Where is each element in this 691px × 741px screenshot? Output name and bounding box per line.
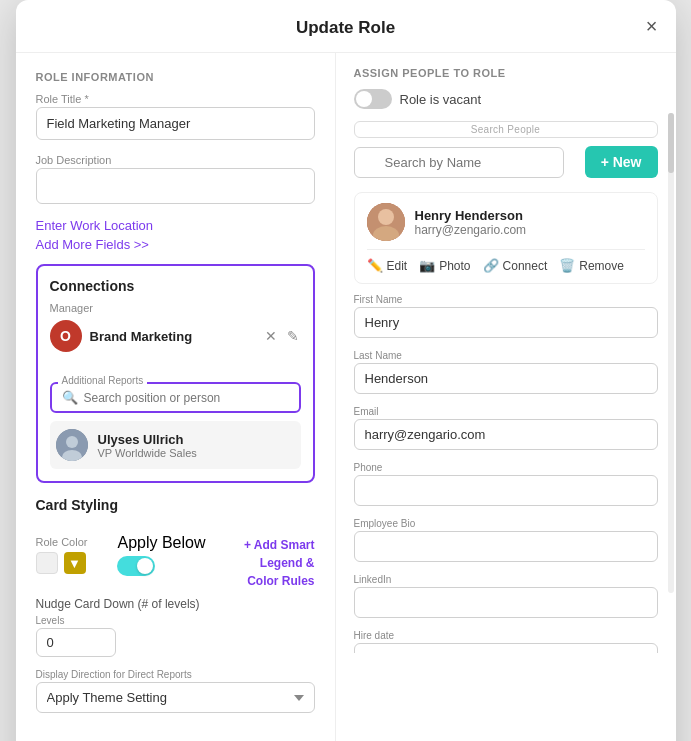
linkedin-input[interactable] [354, 587, 658, 618]
last-name-label: Last Name [354, 350, 658, 361]
person-info: Ulyses Ullrich VP Worldwide Sales [98, 432, 197, 459]
email-group: Email [354, 406, 658, 450]
person-card-avatar [367, 203, 405, 241]
edit-button[interactable]: ✏️ Edit [367, 258, 408, 273]
person-avatar [56, 429, 88, 461]
add-smart-legend-link[interactable]: + Add Smart Legend & Color Rules [244, 538, 315, 588]
person-actions: ✏️ Edit 📷 Photo 🔗 Connect 🗑️ Remove [367, 249, 645, 273]
role-color-label: Role Color [36, 536, 88, 548]
email-label: Email [354, 406, 658, 417]
linkedin-group: LinkedIn [354, 574, 658, 618]
search-position-input[interactable] [84, 391, 289, 405]
search-people-input[interactable] [354, 147, 564, 178]
connections-title: Connections [50, 278, 301, 294]
display-direction: Display Direction for Direct Reports App… [36, 669, 315, 713]
role-color-col: Role Color ▼ [36, 536, 88, 574]
work-location-link[interactable]: Enter Work Location [36, 218, 315, 233]
remove-button[interactable]: 🗑️ Remove [559, 258, 624, 273]
manager-label: Manager [50, 302, 301, 314]
scrollbar-track [668, 113, 674, 593]
person-card-name: Henry Henderson [415, 208, 527, 223]
search-icon: 🔍 [62, 390, 78, 405]
close-button[interactable]: × [646, 16, 658, 36]
connect-icon: 🔗 [483, 258, 499, 273]
search-people-box: 🔍 + New [354, 146, 658, 178]
svg-point-4 [378, 209, 394, 225]
apply-below-label: Apply Below [117, 534, 205, 552]
phone-label: Phone [354, 462, 658, 473]
first-name-label: First Name [354, 294, 658, 305]
bio-group: Employee Bio [354, 518, 658, 562]
role-title-input[interactable] [36, 107, 315, 140]
bio-input[interactable] [354, 531, 658, 562]
manager-row: O Brand Marketing ✕ ✎ [50, 320, 301, 352]
svg-point-1 [66, 436, 78, 448]
hire-date-label: Hire date [354, 630, 658, 641]
levels-label: Levels [36, 615, 315, 626]
phone-input[interactable] [354, 475, 658, 506]
search-people-wrapper: 🔍 [354, 147, 577, 178]
photo-button[interactable]: 📷 Photo [419, 258, 470, 273]
search-people-section-label: Search People [354, 121, 658, 138]
first-name-group: First Name [354, 294, 658, 338]
color-row: Role Color ▼ Apply Below + Add Smart Leg… [36, 521, 315, 589]
last-name-input[interactable] [354, 363, 658, 394]
person-card: Henry Henderson harry@zengario.com ✏️ Ed… [354, 192, 658, 284]
manager-avatar: O [50, 320, 82, 352]
connect-button[interactable]: 🔗 Connect [483, 258, 548, 273]
card-styling: Card Styling Role Color ▼ Apply Below [36, 497, 315, 713]
color-swatch-row: ▼ [36, 552, 88, 574]
search-box: 🔍 [50, 382, 301, 413]
display-direction-label: Display Direction for Direct Reports [36, 669, 315, 680]
role-vacant-toggle[interactable] [354, 89, 392, 109]
photo-icon: 📷 [419, 258, 435, 273]
nudge-label: Nudge Card Down (# of levels) [36, 597, 315, 611]
new-button[interactable]: + New [585, 146, 658, 178]
job-desc-label: Job Description [36, 154, 315, 166]
phone-group: Phone [354, 462, 658, 506]
linkedin-label: LinkedIn [354, 574, 658, 585]
manager-actions: ✕ ✎ [263, 326, 301, 346]
nudge-row: Nudge Card Down (# of levels) Levels [36, 597, 315, 657]
modal-header: Update Role × [16, 0, 676, 53]
edit-icon: ✏️ [367, 258, 383, 273]
person-card-top: Henry Henderson harry@zengario.com [367, 203, 645, 241]
bio-label: Employee Bio [354, 518, 658, 529]
last-name-group: Last Name [354, 350, 658, 394]
add-more-fields-link[interactable]: Add More Fields >> [36, 237, 315, 252]
apply-below-col: Apply Below [117, 534, 205, 576]
person-card-email: harry@zengario.com [415, 223, 527, 237]
job-desc-input[interactable] [36, 168, 315, 204]
card-styling-title: Card Styling [36, 497, 315, 513]
role-title-group: Role Title * [36, 93, 315, 140]
email-input[interactable] [354, 419, 658, 450]
manager-remove-icon[interactable]: ✕ [263, 326, 279, 346]
color-swatch-white[interactable] [36, 552, 58, 574]
first-name-input[interactable] [354, 307, 658, 338]
role-info-title: Role Information [36, 71, 315, 83]
left-panel: Role Information Role Title * Job Descri… [16, 53, 336, 741]
apply-below-toggle[interactable] [117, 556, 155, 576]
role-vacant-label: Role is vacant [400, 92, 482, 107]
right-panel: Assign People to Role Role is vacant Sea… [336, 53, 676, 653]
color-arrow-btn[interactable]: ▼ [64, 552, 86, 574]
add-smart-col: + Add Smart Legend & Color Rules [236, 521, 315, 589]
hire-date-input[interactable] [354, 643, 658, 653]
connections-box: Connections Manager O Brand Marketing ✕ … [36, 264, 315, 483]
display-direction-select[interactable]: Apply Theme Setting [36, 682, 315, 713]
person-card-info: Henry Henderson harry@zengario.com [415, 208, 527, 237]
modal-body: Role Information Role Title * Job Descri… [16, 53, 676, 741]
modal: Update Role × Role Information Role Titl… [16, 0, 676, 741]
scrollbar-thumb[interactable] [668, 113, 674, 173]
manager-edit-icon[interactable]: ✎ [285, 326, 301, 346]
assign-title: Assign People to Role [354, 67, 658, 79]
modal-title: Update Role [40, 18, 652, 38]
remove-icon: 🗑️ [559, 258, 575, 273]
job-desc-group: Job Description [36, 154, 315, 204]
additional-reports-label: Additional Reports [58, 375, 148, 386]
manager-name: Brand Marketing [90, 329, 255, 344]
levels-input[interactable] [36, 628, 116, 657]
person-result-row: Ulyses Ullrich VP Worldwide Sales [50, 421, 301, 469]
hire-date-group: Hire date [354, 630, 658, 653]
person-role: VP Worldwide Sales [98, 447, 197, 459]
